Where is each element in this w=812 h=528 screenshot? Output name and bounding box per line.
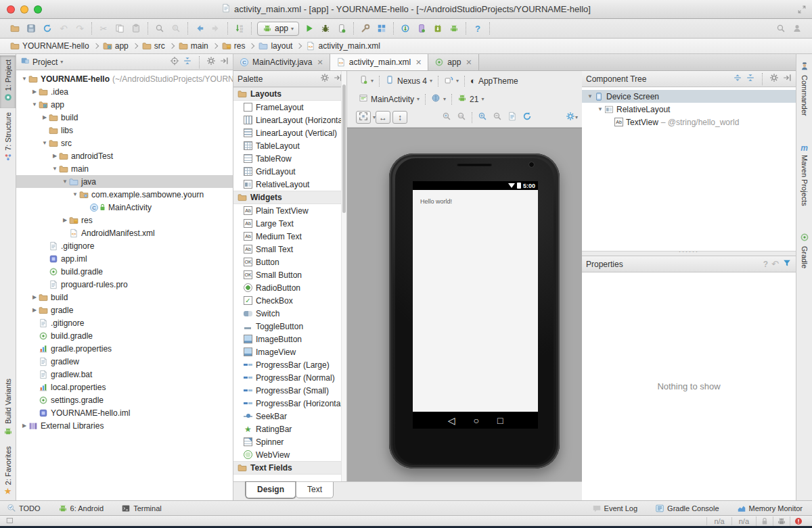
tool-strip-tab-maven-projects[interactable]: mMaven Projects — [796, 139, 812, 210]
save-button[interactable] — [23, 20, 39, 37]
project-tree-item[interactable]: ▼java — [16, 175, 233, 188]
project-tree-item[interactable]: ▶.idea — [16, 85, 233, 98]
component-tree-item[interactable]: ▼RelativeLayout — [582, 103, 796, 116]
collapse-arrow-icon[interactable]: ▼ — [71, 191, 79, 197]
project-tree-item[interactable]: ▼main — [16, 162, 233, 175]
palette-item[interactable]: LinearLayout (Horizontal) — [233, 114, 346, 126]
copy-button[interactable] — [112, 20, 128, 37]
android-grey-icon[interactable] — [773, 517, 790, 526]
sort-button[interactable]: 011001 — [231, 20, 248, 37]
project-tree-item[interactable]: .gitignore — [16, 239, 233, 252]
zoom-to-fit-button[interactable] — [439, 111, 454, 124]
project-tree-item[interactable]: gradle.properties — [16, 342, 233, 355]
palette-item[interactable]: ✓CheckBox — [233, 294, 346, 307]
orientation-selector[interactable]: ▾ — [441, 75, 461, 87]
android-button[interactable] — [446, 20, 462, 37]
preview-content[interactable]: Hello world! — [413, 190, 538, 412]
project-tree-item[interactable]: ▼src — [16, 137, 233, 149]
tool-strip-tab--favorites[interactable]: 2: Favorites★ — [0, 442, 16, 500]
tool-window-button-event-log[interactable]: Event Log — [592, 504, 638, 513]
palette-item[interactable]: Spinner — [233, 435, 346, 448]
palette-item[interactable]: ProgressBar (Small) — [233, 384, 346, 397]
gear-icon[interactable] — [206, 56, 216, 68]
attach-debugger-button[interactable] — [334, 20, 350, 37]
palette-item[interactable]: AbMedium Text — [233, 230, 346, 243]
project-tree-item[interactable]: ▶androidTest — [16, 149, 233, 162]
collapse-all-icon[interactable] — [746, 73, 755, 85]
breadcrumb-item[interactable]: <>activity_main.xml — [302, 41, 383, 51]
project-tree-item[interactable]: ▼com.example.sambowne.yourn — [16, 188, 233, 201]
tool-strip-tab-commander[interactable]: Commander — [796, 57, 812, 120]
project-tree-item[interactable]: ▶res — [16, 214, 233, 226]
breadcrumb-item[interactable]: src — [139, 41, 168, 51]
palette-section-text-fields[interactable]: Text Fields — [233, 461, 346, 475]
breadcrumb-item[interactable]: main — [175, 41, 212, 51]
search-button[interactable] — [773, 20, 789, 37]
preview-doc-button[interactable] — [505, 111, 520, 124]
collapse-arrow-icon[interactable]: ▼ — [61, 178, 69, 185]
run-button[interactable] — [301, 20, 317, 37]
tool-window-button-terminal[interactable]: Terminal — [121, 504, 162, 513]
tool-window-button--android[interactable]: 6: Android — [58, 504, 104, 513]
editor-tab-app[interactable]: app✕ — [428, 54, 478, 70]
project-tree-item[interactable]: YOURNAME-hello.iml — [16, 406, 233, 419]
avd-manager-button[interactable] — [413, 20, 430, 37]
forward-button[interactable] — [208, 20, 224, 37]
palette-item[interactable]: AbSmall Text — [233, 243, 346, 256]
project-tree-item[interactable]: ▼app — [16, 98, 233, 111]
palette-item[interactable]: ★RatingBar — [233, 423, 346, 435]
alert-icon[interactable] — [790, 517, 807, 526]
project-tree-item[interactable]: ▶build — [16, 111, 233, 124]
breadcrumb-item[interactable]: app — [99, 41, 132, 51]
component-tree-item[interactable]: ▼Device Screen — [582, 90, 796, 103]
fit-height-button[interactable]: ↕ — [392, 111, 407, 124]
find-button[interactable] — [152, 20, 168, 37]
user-button[interactable] — [789, 20, 805, 37]
expand-arrow-icon[interactable]: ▶ — [30, 307, 39, 313]
project-tree-item[interactable]: app.iml — [16, 252, 233, 265]
close-window-button[interactable] — [7, 5, 15, 14]
close-tab-icon[interactable]: ✕ — [466, 58, 472, 67]
collapse-arrow-icon[interactable]: ▼ — [20, 76, 28, 82]
breadcrumb-item[interactable]: layout — [255, 41, 296, 51]
back-button[interactable] — [191, 20, 208, 37]
palette-item[interactable]: OKButton — [233, 256, 346, 268]
palette-item[interactable]: ProgressBar (Large) — [233, 358, 346, 371]
hide-panel-icon[interactable] — [782, 73, 792, 85]
undo-button[interactable]: ↶ — [55, 20, 72, 37]
toggle-toolbar-icon[interactable] — [5, 516, 15, 527]
fullscreen-icon[interactable] — [797, 5, 807, 16]
actual-size-button[interactable]: 1:1 — [454, 111, 469, 124]
project-tree-item[interactable]: <>AndroidManifest.xml — [16, 226, 233, 239]
project-tree-item[interactable]: CMainActivity — [16, 201, 233, 214]
collapse-arrow-icon[interactable]: ▼ — [41, 140, 49, 146]
project-tree-item[interactable]: settings.gradle — [16, 393, 233, 406]
expand-arrow-icon[interactable]: ▶ — [20, 423, 28, 429]
palette-item[interactable]: WebView — [233, 448, 346, 461]
refresh-button[interactable] — [39, 20, 55, 37]
render-options-button[interactable]: ▾ — [564, 111, 579, 124]
wrench-button[interactable] — [357, 20, 374, 37]
zoom-out-button[interactable] — [490, 111, 505, 124]
expand-arrow-icon[interactable]: ▶ — [41, 114, 49, 120]
redo-button[interactable]: ↷ — [72, 20, 88, 37]
paste-button[interactable] — [128, 20, 144, 37]
help-button[interactable]: ? — [470, 20, 486, 37]
filter-icon[interactable] — [782, 258, 792, 270]
editor-tab-activity-main-xml[interactable]: <>activity_main.xml✕ — [330, 54, 429, 70]
layout-config-selector[interactable]: ▾ — [356, 75, 376, 87]
palette-item[interactable]: AbLarge Text — [233, 217, 346, 230]
locale-selector[interactable]: ▾ — [428, 93, 449, 105]
hide-panel-icon[interactable] — [219, 56, 229, 68]
scroll-to-source-icon[interactable] — [170, 56, 179, 68]
breadcrumb-item[interactable]: YOURNAME-hello — [7, 41, 93, 51]
collapse-arrow-icon[interactable]: ▼ — [586, 93, 594, 99]
run-configuration-selector[interactable]: app▾ — [257, 22, 299, 36]
palette-item[interactable]: ToggleButton — [233, 320, 346, 333]
tab-design[interactable]: Design — [246, 482, 296, 498]
project-tree-item[interactable]: ▶build — [16, 291, 233, 304]
help-icon[interactable]: ? — [763, 260, 768, 269]
project-structure-button[interactable] — [374, 20, 390, 37]
component-tree-item[interactable]: AbTextView– @string/hello_world — [582, 116, 796, 128]
breadcrumb-item[interactable]: res — [219, 41, 249, 51]
